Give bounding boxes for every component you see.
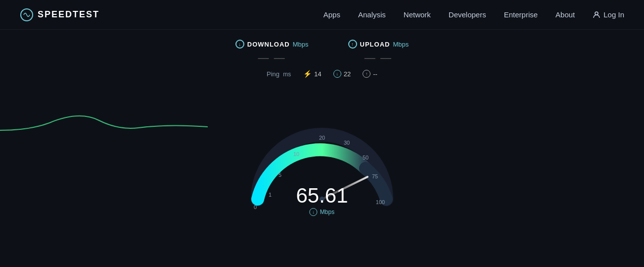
wave-decoration xyxy=(0,103,208,145)
ping-upload-icon: ↑ xyxy=(363,70,370,78)
stats-row: ↓ DOWNLOAD Mbps — — ↑ UPLOAD Mbps — — xyxy=(235,40,409,64)
upload-stat: ↑ UPLOAD Mbps — — xyxy=(348,40,409,64)
svg-text:10: 10 xyxy=(293,151,299,157)
download-value: — — xyxy=(258,52,286,64)
login-button[interactable]: Log In xyxy=(593,10,624,19)
upload-value: — — xyxy=(365,52,392,64)
logo-text: SPEEDTEST xyxy=(38,9,99,20)
download-unit: Mbps xyxy=(293,41,309,48)
main-content: ↓ DOWNLOAD Mbps — — ↑ UPLOAD Mbps — — Pi… xyxy=(0,30,644,234)
svg-text:75: 75 xyxy=(372,173,378,179)
speedtest-logo-icon xyxy=(20,8,34,22)
svg-text:0: 0 xyxy=(254,204,257,210)
speedometer: 0 1 5 10 20 30 50 75 100 xyxy=(243,85,401,234)
nav-apps[interactable]: Apps xyxy=(323,10,340,19)
main-nav: Apps Analysis Network Developers Enterpr… xyxy=(323,10,624,19)
login-label: Log In xyxy=(603,10,624,19)
nav-developers[interactable]: Developers xyxy=(449,10,486,19)
speed-unit-label: Mbps xyxy=(320,209,334,215)
upload-unit: Mbps xyxy=(393,41,409,48)
svg-text:30: 30 xyxy=(344,140,350,146)
upload-label: UPLOAD xyxy=(360,41,390,48)
logo[interactable]: SPEEDTEST xyxy=(20,8,99,22)
upload-icon: ↑ xyxy=(348,40,357,49)
ping-upload-value: -- xyxy=(373,70,377,78)
download-stat: ↓ DOWNLOAD Mbps — — xyxy=(235,40,309,64)
speed-unit: ↓ Mbps xyxy=(296,208,348,216)
svg-text:5: 5 xyxy=(278,172,281,178)
jitter-value: 14 xyxy=(314,70,321,78)
ping-label: Ping ms xyxy=(267,70,291,78)
ping-download-icon: ↓ xyxy=(333,70,341,78)
svg-text:100: 100 xyxy=(376,199,385,205)
ping-download-item: ↓ 22 xyxy=(333,70,351,78)
person-icon xyxy=(593,11,600,19)
svg-text:20: 20 xyxy=(319,135,325,141)
download-icon: ↓ xyxy=(235,40,244,49)
svg-text:1: 1 xyxy=(269,192,272,198)
nav-enterprise[interactable]: Enterprise xyxy=(504,10,538,19)
ping-unit: ms xyxy=(283,71,291,78)
download-label: DOWNLOAD xyxy=(247,41,290,48)
svg-point-1 xyxy=(595,12,598,15)
speed-value: 65.61 xyxy=(296,185,348,206)
jitter-item: ⚡ 14 xyxy=(303,69,321,78)
nav-analysis[interactable]: Analysis xyxy=(358,10,386,19)
nav-network[interactable]: Network xyxy=(404,10,431,19)
nav-about[interactable]: About xyxy=(555,10,575,19)
ping-row: Ping ms ⚡ 14 ↓ 22 ↑ -- xyxy=(267,69,377,78)
speed-unit-icon: ↓ xyxy=(310,208,318,216)
svg-text:50: 50 xyxy=(363,155,368,160)
ping-download-value: 22 xyxy=(344,70,351,78)
ping-upload-item: ↑ -- xyxy=(363,70,377,78)
jitter-icon: ⚡ xyxy=(303,69,312,78)
speed-display: 65.61 ↓ Mbps xyxy=(296,185,348,216)
